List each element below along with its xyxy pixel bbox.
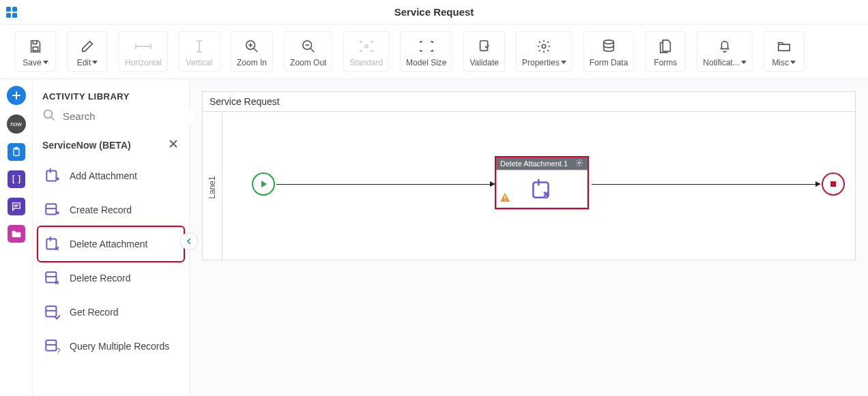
process-canvas[interactable]: Service Request Lane1 Delete Attachment.…: [202, 91, 856, 260]
activity-create-record[interactable]: Create Record: [38, 193, 184, 227]
library-item-label: Add Attachment: [70, 170, 137, 181]
delete-record-icon: [44, 269, 61, 287]
library-item-label: Create Record: [70, 204, 132, 215]
validate-button[interactable]: Validate: [463, 31, 504, 72]
zoom-in-button[interactable]: Zoom In: [231, 31, 273, 72]
svg-rect-1: [12, 7, 17, 12]
edit-button[interactable]: Edit: [67, 31, 108, 72]
frame-fit-icon: [418, 36, 435, 57]
side-rail: now: [0, 79, 33, 396]
vertical-layout-button[interactable]: Vertical: [179, 31, 220, 72]
svg-rect-4: [33, 46, 38, 50]
save-icon: [28, 36, 43, 57]
misc-button[interactable]: Misc: [764, 31, 805, 72]
edit-icon: [80, 36, 95, 57]
page-title: Service Request: [0, 6, 868, 18]
warning-icon: [500, 192, 510, 205]
zoom-model-size-button[interactable]: Model Size: [400, 31, 452, 72]
svg-rect-46: [504, 196, 506, 199]
get-record-icon: [44, 303, 61, 321]
chat-icon[interactable]: [8, 198, 25, 215]
svg-point-21: [604, 40, 614, 44]
delete-attachment-icon: [44, 235, 61, 253]
svg-point-18: [365, 45, 368, 48]
process-name: Service Request: [203, 92, 855, 112]
svg-rect-3: [12, 13, 17, 18]
clipboard-icon[interactable]: [8, 143, 25, 161]
activity-library-panel: ACTIVITY LIBRARY ServiceNow (BETA) Add A…: [33, 79, 190, 396]
add-attachment-icon: [44, 167, 61, 185]
svg-rect-0: [6, 7, 11, 12]
bell-icon: [717, 36, 732, 57]
validate-icon: [477, 36, 492, 57]
library-item-label: Get Record: [70, 307, 119, 318]
provider-name: ServiceNow (BETA): [42, 140, 131, 151]
end-node[interactable]: [822, 172, 845, 196]
horizontal-layout-button[interactable]: Horizontal: [119, 31, 168, 72]
save-button[interactable]: Save: [15, 31, 56, 72]
delete-attachment-icon: [529, 176, 555, 202]
search-input[interactable]: [61, 110, 194, 123]
folder-icon: [777, 36, 792, 57]
gear-icon: [536, 36, 551, 57]
create-record-icon: [44, 201, 61, 219]
library-header: ACTIVITY LIBRARY: [33, 79, 189, 103]
svg-line-12: [254, 48, 258, 52]
svg-rect-47: [504, 200, 506, 201]
svg-rect-2: [6, 13, 11, 18]
notifications-button[interactable]: Notificat...: [697, 31, 752, 72]
zoom-out-icon: [301, 36, 316, 57]
library-item-label: Delete Attachment: [70, 239, 147, 249]
layout-vertical-icon: [192, 36, 207, 57]
svg-rect-36: [46, 239, 56, 249]
activity-node-title: Delete Attachment.1: [500, 159, 568, 168]
chevron-down-icon: [741, 61, 747, 64]
database-icon: [601, 36, 616, 57]
now-icon[interactable]: now: [7, 115, 26, 134]
form-data-button[interactable]: Form Data: [583, 31, 635, 72]
chevron-down-icon: [561, 61, 566, 64]
query-records-icon: ?: [44, 337, 61, 355]
svg-rect-34: [46, 204, 56, 214]
activity-delete-attachment[interactable]: Delete Attachment: [38, 227, 184, 261]
svg-line-16: [310, 48, 314, 52]
svg-line-30: [51, 117, 55, 121]
chevron-down-icon: [43, 61, 48, 64]
zoom-out-button[interactable]: Zoom Out: [284, 31, 332, 72]
layout-horizontal-icon: [134, 36, 153, 57]
collapse-sidebar-button[interactable]: [180, 232, 198, 250]
brackets-icon[interactable]: [8, 170, 25, 188]
library-item-label: Query Multiple Records: [70, 341, 169, 352]
close-icon[interactable]: [167, 138, 179, 152]
svg-rect-37: [46, 272, 56, 282]
zoom-standard-button[interactable]: Standard: [343, 31, 389, 72]
activity-node-delete-attachment[interactable]: Delete Attachment.1: [495, 156, 589, 209]
library-item-label: Delete Record: [70, 273, 131, 284]
svg-point-29: [44, 110, 53, 119]
chevron-down-icon: [790, 61, 796, 64]
arrow-icon: [815, 181, 821, 187]
svg-text:?: ?: [56, 347, 60, 355]
start-node[interactable]: [252, 172, 275, 196]
files-icon: [658, 36, 673, 57]
edge[interactable]: [592, 184, 817, 185]
add-button[interactable]: [7, 86, 26, 105]
app-switcher-icon[interactable]: [0, 6, 23, 18]
gear-icon[interactable]: [575, 159, 583, 168]
forms-button[interactable]: Forms: [645, 31, 686, 72]
frame-standard-icon: [358, 36, 375, 57]
activity-add-attachment[interactable]: Add Attachment: [38, 159, 184, 193]
folder-rail-icon[interactable]: [8, 225, 25, 243]
svg-point-44: [579, 162, 581, 164]
activity-delete-record[interactable]: Delete Record: [38, 261, 184, 295]
properties-button[interactable]: Properties: [516, 31, 573, 72]
svg-rect-41: [46, 340, 56, 350]
svg-rect-19: [480, 40, 487, 50]
activity-get-record[interactable]: Get Record: [38, 295, 184, 329]
activity-query-multiple-records[interactable]: ? Query Multiple Records: [38, 329, 184, 363]
svg-rect-48: [830, 181, 836, 187]
lane-label: Lane1: [203, 143, 222, 232]
zoom-in-icon: [244, 36, 259, 57]
edge[interactable]: [276, 184, 490, 185]
svg-point-20: [542, 44, 547, 48]
